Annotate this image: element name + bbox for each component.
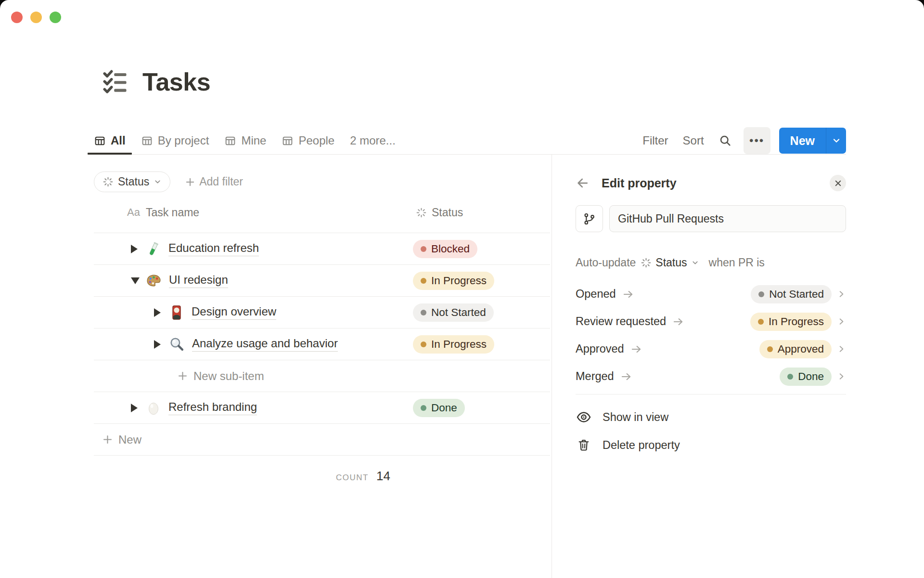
task-title-link[interactable]: Analyze usage and behavior [192,337,338,352]
toggle-expand-icon[interactable] [131,404,138,412]
pr-event-label: Merged [576,370,614,383]
new-row[interactable]: New [94,424,550,456]
toggle-expand-icon[interactable] [131,245,138,253]
edit-property-panel: Edit property Auto-update Status [576,170,846,459]
task-title-link[interactable]: Refresh branding [168,400,257,415]
window-controls [11,12,61,23]
status-chip-label: Status [118,175,149,188]
mapping-row-review-requested[interactable]: Review requested In Progress [576,308,846,335]
arrow-right-icon [672,315,684,328]
status-dot [421,310,426,315]
mapping-row-approved[interactable]: Approved Approved [576,335,846,363]
eye-icon [576,409,592,425]
tab-label: All [111,134,126,147]
task-title-link[interactable]: Design overview [192,305,276,320]
status-filter-chip[interactable]: Status [94,171,170,192]
magnifier-icon [169,336,185,352]
mapping-row-merged[interactable]: Merged Done [576,363,846,390]
status-cell[interactable]: In Progress [413,335,494,354]
tab-people[interactable]: People [282,127,334,154]
table-footer: COUNT 14 [94,469,550,484]
filter-bar: Status Add filter [94,171,550,192]
chevron-down-icon[interactable] [826,128,846,154]
close-icon[interactable] [830,175,846,191]
status-property-selector[interactable]: Status [641,256,699,269]
status-cell[interactable]: In Progress [413,272,494,290]
more-options-button[interactable]: ••• [744,127,770,154]
status-cell[interactable]: Done [413,399,465,417]
close-window-button[interactable] [11,12,23,23]
view-toolbar: All By project Mine People [94,127,846,155]
minimize-window-button[interactable] [30,12,42,23]
status-badge: In Progress [750,313,832,331]
pr-status-mappings: Opened Not Started Review requested I [576,280,846,390]
app-window: Tasks All By project Mine [0,0,924,578]
task-name-cell: Design overview [94,305,413,320]
column-header-status[interactable]: Status [413,206,463,219]
tab-mine[interactable]: Mine [224,127,266,154]
table-view-icon [141,135,153,147]
auto-update-row: Auto-update Status when PR is [576,255,846,270]
status-dot [758,291,764,297]
palette-icon [146,273,162,289]
plus-icon [102,434,113,445]
status-cell[interactable]: Blocked [413,240,477,258]
tab-more-views[interactable]: 2 more... [350,127,396,154]
auto-update-prefix: Auto-update [576,256,636,269]
property-name-input[interactable] [609,205,846,232]
status-badge: Not Started [751,285,832,303]
show-in-view-button[interactable]: Show in view [576,403,846,431]
tab-label: 2 more... [350,134,396,147]
tab-label: Mine [241,134,266,147]
tab-all[interactable]: All [94,127,126,154]
add-filter-button[interactable]: Add filter [185,175,243,188]
panel-section-divider [576,394,846,394]
panel-actions: Show in view Delete property [576,403,846,459]
test-tube-icon [146,241,161,257]
toggle-expand-icon[interactable] [154,308,161,317]
plus-icon [185,177,195,187]
sort-button[interactable]: Sort [683,134,704,147]
task-name-cell: UI redesign [94,273,413,289]
chevron-right-icon [837,317,846,326]
task-name-cell: Refresh branding [94,400,413,416]
table-row: Refresh branding Done [94,392,550,424]
table-view-icon [282,135,294,147]
delete-property-button[interactable]: Delete property [576,431,846,459]
table-row: Analyze usage and behavior In Progress [94,328,550,360]
table-area: Status Add filter Aa Task name [94,155,550,484]
column-label: Task name [146,206,199,219]
status-badge: In Progress [413,335,494,354]
task-title-link[interactable]: UI redesign [169,273,228,288]
status-badge: In Progress [413,272,494,290]
count-label[interactable]: COUNT [336,473,369,483]
table-view-icon [94,135,106,147]
new-button-label[interactable]: New [779,128,826,154]
status-dot [758,319,764,325]
status-cell[interactable]: Not Started [413,303,494,322]
view-tabs: All By project Mine People [94,127,396,154]
task-title-link[interactable]: Education refresh [168,241,259,256]
search-icon[interactable] [719,134,732,147]
new-sub-item-row[interactable]: New sub-item [94,360,550,392]
toggle-expand-icon[interactable] [154,340,161,349]
column-header-task-name[interactable]: Aa Task name [94,206,413,219]
status-label: In Progress [769,315,824,328]
pr-event-label: Opened [576,288,616,301]
status-dot [767,346,773,352]
pr-event-label: Review requested [576,315,666,328]
filter-button[interactable]: Filter [642,134,668,147]
git-branch-icon[interactable] [576,205,603,232]
status-dot [787,374,793,380]
text-property-icon: Aa [127,206,140,219]
table-view-icon [224,135,236,147]
table-row: UI redesign In Progress [94,265,550,297]
page-title: Tasks [142,67,210,96]
mapping-row-opened[interactable]: Opened Not Started [576,280,846,308]
back-arrow-icon[interactable] [576,176,590,190]
status-badge: Done [413,399,465,417]
status-badge: Not Started [413,303,494,322]
toggle-collapse-icon[interactable] [131,277,140,284]
tab-by-project[interactable]: By project [141,127,209,154]
zoom-window-button[interactable] [50,12,61,23]
